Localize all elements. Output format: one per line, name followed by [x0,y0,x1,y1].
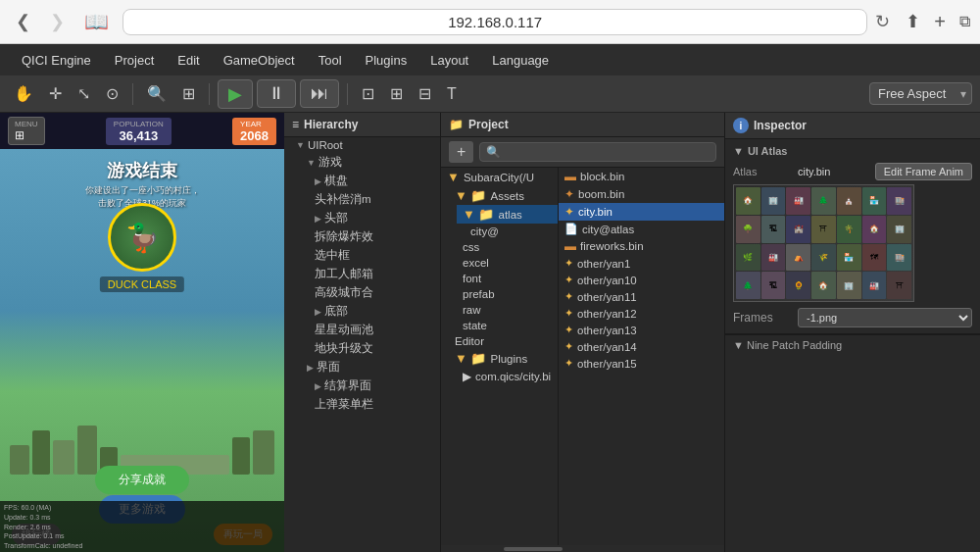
tree-item-demolish[interactable]: 拆除爆炸效 [284,227,440,246]
project-add-button[interactable]: + [449,141,473,163]
scale-tool[interactable]: ⤡ [72,81,96,106]
tree-atlas[interactable]: ▼ 📁 atlas [457,205,558,224]
file-fireworks-bin[interactable]: ▬ fireworks.bin [559,237,724,255]
file-boom-bin[interactable]: ✦ boom.bin [559,185,724,203]
tree-item-select-frame[interactable]: 选中框 [284,246,440,265]
menu-qici-engine[interactable]: QICI Engine [10,49,103,72]
layout-tool-1[interactable]: ⊡ [356,81,380,106]
file-other-yan12[interactable]: ✦ other/yan12 [559,305,724,322]
share-achievement-button[interactable]: 分享成就 [95,466,189,494]
game-menu-button[interactable]: MENU ⊞ [8,117,45,145]
population-label: POPULATION [114,120,164,128]
file-label: other/yan13 [577,325,637,336]
share-icon[interactable]: ⬆ [906,11,920,32]
browser-chrome: ❮ ❯ 📖 192.168.0.117 ↻ ⬆ + ⧉ [0,0,980,44]
menu-language[interactable]: Language [480,49,561,72]
section-label: Nine Patch Padding [747,339,842,351]
menu-gameobject[interactable]: GameObject [212,49,307,72]
tree-item-head-comp[interactable]: 头补偿消m [284,190,440,209]
address-bar[interactable]: 192.168.0.117 [122,9,867,35]
inspector-header: i Inspector [725,113,980,139]
edit-frame-anim-button[interactable]: Edit Frame Anim [875,163,972,180]
project-tree: ▼ SubaraCity(/U ▼ 📁 Assets ▼ 📁 atlas cit… [441,168,559,545]
menu-plugins[interactable]: Plugins [354,49,419,72]
game-overlay: MENU ⊞ POPULATION 36,413 YEAR 2068 游戏结束 … [0,113,284,552]
zoom-tool[interactable]: 🔍 [141,81,172,106]
move-tool[interactable]: ✛ [43,81,68,106]
tree-prefab[interactable]: prefab [457,286,558,302]
tree-plugins[interactable]: ▼ 📁 Plugins [449,349,558,368]
tree-assets[interactable]: ▼ 📁 Assets [449,186,558,205]
menu-edit[interactable]: Edit [166,49,211,72]
hand-tool[interactable]: ✋ [8,81,39,106]
bin-icon: ▬ [564,170,576,183]
tree-item-mail[interactable]: 加工人邮箱 [284,265,440,283]
project-panel: 📁 Project + ▼ SubaraCity(/U ▼ 📁 Assets ▼… [441,113,725,552]
tree-item-advanced-city[interactable]: 高级城市合 [284,283,440,302]
tree-item-label: atlas [498,209,521,221]
tree-item-popup-menu[interactable]: 上弹菜单栏 [284,395,440,414]
file-other-yan14[interactable]: ✦ other/yan14 [559,338,724,355]
play-button[interactable]: ▶ [218,79,253,109]
tree-item-label: UIRoot [308,139,343,151]
star-icon: ✦ [564,340,573,353]
tree-item-settlement[interactable]: ▶ 结算界面 [284,376,440,395]
tree-item-label: 头补偿消m [315,192,371,207]
grid-tool[interactable]: ⊞ [176,81,201,106]
file-other-yan10[interactable]: ✦ other/yan10 [559,272,724,288]
menu-layout[interactable]: Layout [418,49,480,72]
menu-tool[interactable]: Tool [307,49,354,72]
step-button[interactable]: ⏭ [300,79,339,108]
layout-tool-3[interactable]: ⊟ [413,81,437,106]
tree-city-at[interactable]: city@ [465,224,558,239]
tree-excel[interactable]: excel [457,255,558,271]
layout-tool-2[interactable]: ⊞ [384,81,409,106]
tabs-icon[interactable]: ⧉ [959,13,970,30]
tree-item-label: city@ [470,226,499,237]
file-city-atlas[interactable]: 📄 city@atlas [559,221,724,237]
refresh-icon[interactable]: ↻ [875,11,890,32]
tree-item-block-upgrade[interactable]: 地块升级文 [284,339,440,358]
tree-item-bottom[interactable]: ▶ 底部 [284,302,440,321]
tree-item-label: SubaraCity(/U [464,172,534,183]
frames-select[interactable]: -1.png [798,308,972,327]
hierarchy-header: ≡ Hierarchy [284,113,440,137]
tree-item-label: 拆除爆炸效 [315,229,373,244]
section-title-ui-atlas: ▼ UI Atlas [733,145,972,157]
pause-button[interactable]: ⏸ [257,79,296,108]
tree-item-head[interactable]: ▶ 头部 [284,209,440,227]
forward-button[interactable]: ❯ [44,9,71,34]
tree-subara-city[interactable]: ▼ SubaraCity(/U [441,168,558,186]
rotate-tool[interactable]: ⊙ [100,81,124,106]
tree-item-label: 选中框 [315,248,350,263]
tree-item-star-anim[interactable]: 星星动画池 [284,321,440,339]
tree-editor[interactable]: Editor [449,333,558,349]
folder-icon: ▼ 📁 [455,351,486,366]
file-other-yan15[interactable]: ✦ other/yan15 [559,355,724,372]
menu-project[interactable]: Project [103,49,166,72]
tree-item-ui[interactable]: ▶ 界面 [284,358,440,376]
add-tab-icon[interactable]: + [934,11,946,33]
file-city-bin[interactable]: ✦ city.bin [559,203,724,221]
project-scrollbar[interactable] [441,545,724,552]
aspect-select[interactable]: Free Aspect [869,82,972,105]
tree-css[interactable]: css [457,239,558,255]
tree-item-chessboard[interactable]: ▶ 棋盘 [284,172,440,190]
tree-com-qics[interactable]: ▶ com.qics/city.bi [457,368,558,385]
file-label: city@atlas [582,224,634,235]
toolbar-separator-3 [347,83,348,105]
file-block-bin[interactable]: ▬ block.bin [559,168,724,185]
file-other-yan13[interactable]: ✦ other/yan13 [559,322,724,338]
tree-item-uiroot[interactable]: ▼ UIRoot [284,137,440,153]
toolbar-separator-2 [209,83,210,105]
bookmarks-icon[interactable]: 📖 [84,10,109,33]
tree-font[interactable]: font [457,271,558,286]
tree-raw[interactable]: raw [457,302,558,318]
back-button[interactable]: ❮ [10,9,36,34]
text-tool[interactable]: T [441,82,463,106]
file-other-yan11[interactable]: ✦ other/yan11 [559,288,724,305]
tree-item-game[interactable]: ▼ 游戏 [284,153,440,172]
project-search-input[interactable] [479,142,716,162]
tree-state[interactable]: state [457,318,558,333]
file-other-yan1[interactable]: ✦ other/yan1 [559,255,724,272]
